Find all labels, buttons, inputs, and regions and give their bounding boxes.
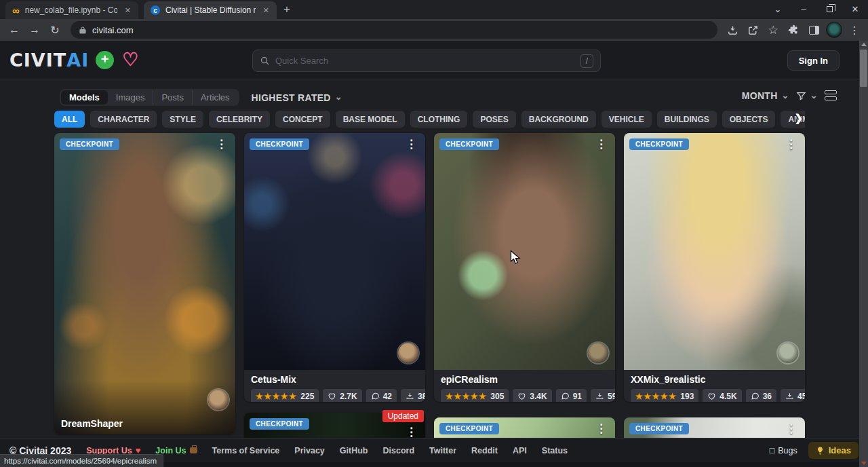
browser-profile-avatar[interactable] — [826, 22, 842, 38]
download-icon[interactable] — [724, 22, 741, 38]
upload-plus-button[interactable]: + — [96, 51, 114, 69]
share-icon[interactable] — [745, 22, 761, 38]
tab-civitai[interactable]: c Civitai | Stable Diffusion models, ✕ — [144, 1, 277, 19]
chip-background[interactable]: BACKGROUND — [521, 111, 596, 128]
comments-pill[interactable]: 91 — [556, 389, 587, 402]
model-card-epicrealism[interactable]: CHECKPOINT ⋮ epiCRealism ★★★★★ 305 3.4K — [434, 133, 615, 402]
chip-all[interactable]: ALL — [54, 111, 85, 128]
footer-link-reddit[interactable]: Reddit — [471, 446, 498, 455]
page-scrollbar[interactable] — [859, 41, 868, 467]
creator-avatar[interactable] — [778, 343, 798, 363]
card-menu-kebab-icon[interactable]: ⋮ — [781, 420, 801, 437]
tab-models[interactable]: Models — [61, 90, 108, 105]
search-box[interactable]: / — [252, 50, 601, 72]
checkpoint-badge[interactable]: CHECKPOINT — [250, 138, 309, 150]
creator-avatar[interactable] — [208, 390, 229, 410]
footer-link-github[interactable]: GitHub — [340, 446, 368, 455]
card-menu-kebab-icon[interactable]: ⋮ — [781, 136, 801, 153]
checkpoint-badge[interactable]: CHECKPOINT — [439, 423, 499, 434]
chip-character[interactable]: CHARACTER — [90, 111, 157, 128]
creator-avatar[interactable] — [398, 343, 418, 363]
downloads-pill[interactable]: 59K — [591, 389, 615, 402]
footer-link-status[interactable]: Status — [542, 446, 568, 455]
sign-in-button[interactable]: Sign In — [787, 50, 840, 71]
model-card-dreamshaper[interactable]: CHECKPOINT ⋮ DreamShaper — [54, 133, 235, 434]
favorites-heart-icon[interactable]: ♡ — [122, 51, 138, 69]
close-tab-icon[interactable]: ✕ — [123, 5, 133, 16]
search-input[interactable] — [275, 56, 575, 66]
scrollbar-up-icon[interactable] — [861, 43, 867, 46]
chip-vehicle[interactable]: VEHICLE — [601, 111, 652, 128]
tab-articles[interactable]: Articles — [193, 90, 238, 105]
likes-pill[interactable]: 2.7K — [323, 389, 361, 402]
checkpoint-badge[interactable]: CHECKPOINT — [629, 138, 689, 150]
card-menu-kebab-icon[interactable]: ⋮ — [591, 420, 611, 437]
footer-link-twitter[interactable]: Twitter — [429, 446, 456, 455]
close-window-button[interactable]: ✕ — [842, 0, 868, 18]
tab-images[interactable]: Images — [108, 90, 154, 105]
model-title: XXMix_9realistic — [631, 374, 798, 385]
rating-pill[interactable]: ★★★★★ 193 — [631, 389, 698, 402]
sort-dropdown[interactable]: HIGHEST RATED ⌄ — [252, 92, 342, 103]
rating-pill[interactable]: ★★★★★ 225 — [251, 389, 319, 402]
scrollbar-down-icon[interactable] — [861, 462, 867, 465]
comments-pill[interactable]: 42 — [366, 389, 397, 402]
tab-colab[interactable]: ∞ new_colab_file.ipynb - Colaborat ✕ — [5, 1, 138, 19]
checkpoint-badge[interactable]: CHECKPOINT — [629, 423, 689, 434]
chips-scroll-right-icon[interactable]: ❯ — [794, 112, 803, 124]
civitai-logo[interactable]: CIVIT AI — [9, 50, 89, 71]
footer-link-api[interactable]: API — [513, 446, 527, 455]
footer-link-privacy[interactable]: Privacy — [294, 446, 324, 455]
address-bar[interactable] — [71, 21, 717, 39]
chip-celebrity[interactable]: CELEBRITY — [209, 111, 270, 128]
status-url-text: https://civitai.com/models/25694/epicrea… — [4, 457, 157, 465]
period-dropdown[interactable]: MONTH ⌄ — [742, 90, 789, 101]
minimize-button[interactable]: – — [791, 0, 816, 18]
downloads-pill[interactable]: 45K — [781, 389, 805, 402]
updated-badge: Updated — [382, 410, 424, 422]
chip-base-model[interactable]: BASE MODEL — [336, 111, 405, 128]
footer-right-group: □ Bugs Ideas — [770, 442, 859, 459]
chip-style[interactable]: STYLE — [162, 111, 203, 128]
scrollbar-thumb[interactable] — [860, 50, 867, 87]
chip-buildings[interactable]: BUILDINGS — [657, 111, 717, 128]
chip-objects[interactable]: OBJECTS — [722, 111, 776, 128]
rating-pill[interactable]: ★★★★★ 305 — [441, 389, 509, 402]
ideas-button[interactable]: Ideas — [808, 442, 859, 459]
likes-pill[interactable]: 3.4K — [513, 389, 551, 402]
checkpoint-badge[interactable]: CHECKPOINT — [60, 138, 119, 150]
tab-posts[interactable]: Posts — [153, 90, 193, 105]
checkpoint-badge[interactable]: CHECKPOINT — [250, 418, 309, 430]
chip-clothing[interactable]: CLOTHING — [410, 111, 468, 128]
model-card-cetus-mix[interactable]: CHECKPOINT ⋮ Cetus-Mix ★★★★★ 225 2.7K — [244, 133, 425, 402]
browser-menu-kebab-icon[interactable]: ⋮ — [846, 22, 863, 38]
chip-poses[interactable]: POSES — [473, 111, 515, 128]
checkpoint-badge[interactable]: CHECKPOINT — [439, 138, 499, 150]
likes-pill[interactable]: 4.5K — [703, 389, 741, 402]
bugs-button[interactable]: □ Bugs — [770, 446, 797, 455]
forward-button[interactable]: → — [26, 21, 43, 39]
new-tab-button[interactable]: + — [283, 3, 290, 16]
footer-link-discord[interactable]: Discord — [382, 446, 414, 455]
reload-button[interactable]: ↻ — [46, 21, 64, 39]
download-icon — [785, 392, 794, 400]
card-menu-kebab-icon[interactable]: ⋮ — [401, 136, 421, 153]
bookmark-star-icon[interactable]: ☆ — [765, 22, 781, 38]
url-input[interactable] — [92, 25, 363, 35]
restore-button[interactable] — [816, 0, 842, 18]
back-button[interactable]: ← — [5, 21, 23, 39]
model-card-xxmix9realistic[interactable]: CHECKPOINT ⋮ XXMix_9realistic ★★★★★ 193 … — [624, 133, 805, 402]
card-menu-kebab-icon[interactable]: ⋮ — [212, 136, 231, 153]
filter-dropdown[interactable]: ⌄ — [796, 91, 818, 101]
layout-toggle-icon[interactable] — [825, 90, 837, 101]
footer-link-terms[interactable]: Terms of Service — [212, 446, 280, 455]
close-tab-icon[interactable]: ✕ — [261, 5, 271, 16]
comments-pill[interactable]: 36 — [746, 389, 776, 402]
chip-concept[interactable]: CONCEPT — [275, 111, 330, 128]
downloads-pill[interactable]: 38K — [401, 389, 425, 402]
card-menu-kebab-icon[interactable]: ⋮ — [591, 136, 611, 153]
tab-search-icon[interactable]: ⌄ — [765, 0, 791, 18]
creator-avatar[interactable] — [588, 343, 608, 363]
side-panel-icon[interactable] — [806, 22, 822, 38]
extensions-puzzle-icon[interactable] — [785, 22, 802, 38]
